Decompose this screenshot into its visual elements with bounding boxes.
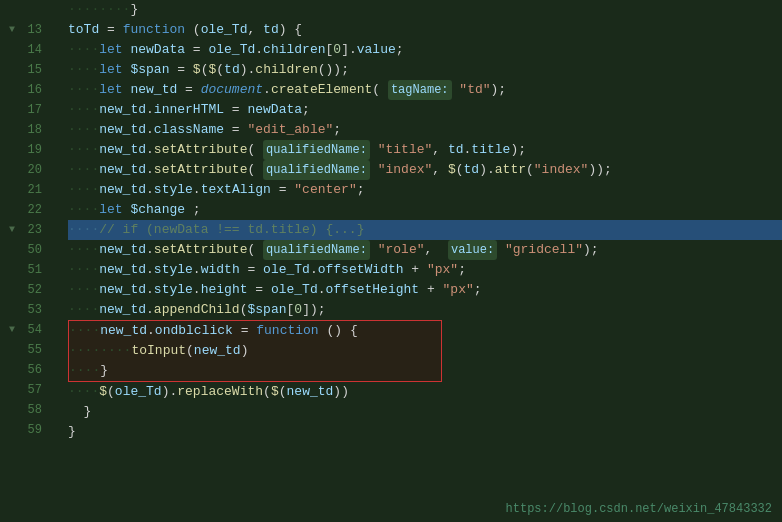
code-line-50: ····new_td.setAttribute( qualifiedName: … [68, 240, 782, 260]
code-line-13: toTd = function (ole_Td, td) { [68, 20, 782, 40]
code-line-55: ········toInput(new_td) [69, 341, 441, 361]
code-line-16: ····let new_td = document.createElement(… [68, 80, 782, 100]
code-line-57: ····$(ole_Td).replaceWith($(new_td)) [68, 382, 782, 402]
code-line-52: ····new_td.style.height = ole_Td.offsetH… [68, 280, 782, 300]
code-line-23: ····// if (newData !== td.title) {...} [68, 220, 782, 240]
code-content: ········} toTd = function (ole_Td, td) {… [60, 0, 782, 522]
code-line-15: ····let $span = $($(td).children()); [68, 60, 782, 80]
code-line-20: ····new_td.setAttribute( qualifiedName: … [68, 160, 782, 180]
code-line-19: ····new_td.setAttribute( qualifiedName: … [68, 140, 782, 160]
code-line-51: ····new_td.style.width = ole_Td.offsetWi… [68, 260, 782, 280]
url-bar: https://blog.csdn.net/weixin_47843332 [506, 502, 772, 516]
code-line-21: ····new_td.style.textAlign = "center"; [68, 180, 782, 200]
code-line-14: ····let newData = ole_Td.children[0].val… [68, 40, 782, 60]
code-line-59: } [68, 422, 782, 442]
line-numbers: ▼ 13 14 15 16 17 18 [0, 0, 60, 522]
code-line-54: ····new_td.ondblclick = function () { [69, 321, 441, 341]
code-editor: ▼ 13 14 15 16 17 18 [0, 0, 782, 522]
code-line-18: ····new_td.className = "edit_able"; [68, 120, 782, 140]
code-line: ········} [68, 0, 782, 20]
code-line-53: ····new_td.appendChild($span[0]); [68, 300, 782, 320]
code-line-56: ····} [69, 361, 441, 381]
code-line-22: ····let $change ; [68, 200, 782, 220]
fold-icon-13[interactable]: ▼ [6, 20, 18, 40]
code-line-58: } [68, 402, 782, 422]
code-line-17: ····new_td.innerHTML = newData; [68, 100, 782, 120]
